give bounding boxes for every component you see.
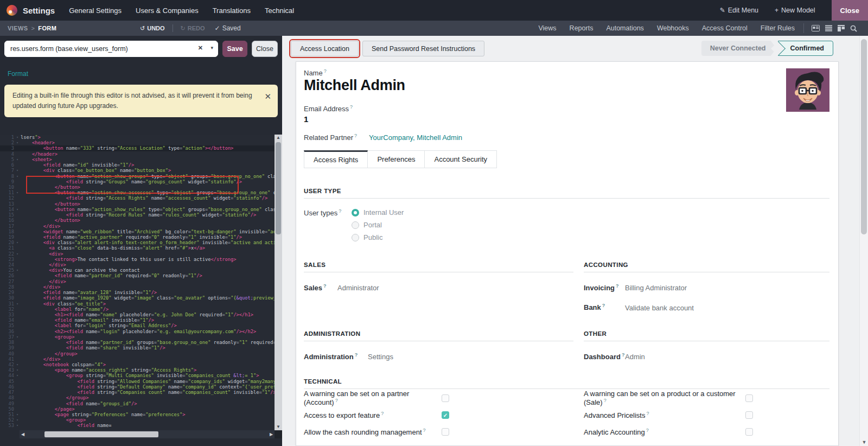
code-line[interactable]: 10 </button> bbox=[0, 184, 275, 190]
undo-button[interactable]: ↺UNDO bbox=[140, 25, 165, 32]
redo-button[interactable]: ↻REDO bbox=[181, 25, 205, 32]
code-line[interactable]: 47 <field string="Companies count" name=… bbox=[0, 390, 275, 395]
user-avatar[interactable] bbox=[786, 68, 829, 112]
code-line[interactable]: 24 </div> bbox=[0, 262, 275, 267]
menu-translations[interactable]: Translations bbox=[213, 7, 251, 15]
help-icon[interactable]: ? bbox=[622, 352, 625, 358]
toolbar-link-webhooks[interactable]: Webhooks bbox=[657, 24, 689, 32]
code-line[interactable]: 18 <widget name="web_ribbon" title="Arch… bbox=[0, 229, 275, 234]
editor-horizontal-scrollbar[interactable]: ◀ ▶ bbox=[20, 430, 275, 438]
code-line[interactable]: 22▾ <div> bbox=[0, 251, 275, 257]
status-confirmed[interactable]: Confirmed bbox=[778, 41, 834, 56]
code-line[interactable]: 9 <field string="Groups" name="groups_co… bbox=[0, 179, 275, 184]
kanban-view-icon[interactable] bbox=[838, 25, 845, 31]
toolbar-link-filter-rules[interactable]: Filter Rules bbox=[761, 24, 795, 32]
code-line[interactable]: 16 </button> bbox=[0, 218, 275, 223]
help-icon[interactable]: ? bbox=[339, 208, 341, 214]
email-value[interactable]: 1 bbox=[304, 114, 308, 124]
code-line[interactable]: 31▾ <div class="oe_title"> bbox=[0, 301, 275, 307]
checkbox[interactable] bbox=[442, 428, 449, 436]
breadcrumb-views[interactable]: VIEWS bbox=[8, 25, 28, 31]
code-line[interactable]: 41 </div> bbox=[0, 356, 275, 362]
menu-general-settings[interactable]: General Settings bbox=[69, 7, 122, 15]
code-line[interactable]: 52▾ <group> bbox=[0, 417, 275, 423]
checkbox[interactable] bbox=[745, 411, 753, 419]
list-view-icon[interactable] bbox=[825, 25, 832, 31]
code-line[interactable]: 3 <button name="333" string="Access Loca… bbox=[0, 145, 275, 151]
code-line[interactable]: 34 <field name="email" invisible="1"/> bbox=[0, 317, 275, 323]
clear-input-icon[interactable]: ✕ bbox=[198, 44, 203, 52]
status-never-connected[interactable]: Never Connected bbox=[701, 41, 777, 56]
code-line[interactable]: 13 </button> bbox=[0, 201, 275, 207]
scroll-down-icon[interactable]: ▼ bbox=[275, 424, 282, 430]
code-line[interactable]: 43▾ <page name="access_rights" string="A… bbox=[0, 367, 275, 373]
code-editor[interactable]: 1▾lsers">2▾ <header>3 <button name="333"… bbox=[0, 135, 275, 430]
code-line[interactable]: 5▾ <sheet> bbox=[0, 157, 275, 162]
edit-menu-button[interactable]: ✎Edit Menu bbox=[720, 7, 758, 14]
code-line[interactable]: 17 </div> bbox=[0, 224, 275, 229]
tab-access-rights[interactable]: Access Rights bbox=[304, 150, 368, 168]
tab-preferences[interactable]: Preferences bbox=[368, 150, 425, 168]
code-line[interactable]: 46 <field string="Default Company" name=… bbox=[0, 384, 275, 390]
code-line[interactable]: 4 </header> bbox=[0, 151, 275, 157]
odoo-logo[interactable] bbox=[7, 5, 17, 16]
scroll-right-icon[interactable]: ▶ bbox=[268, 430, 275, 438]
code-line[interactable]: 7▾ <div class="oe_button_box" name="butt… bbox=[0, 168, 275, 173]
code-line[interactable]: 15 <field string="Record Rules" name="ru… bbox=[0, 212, 275, 218]
code-line[interactable]: 14▾ <button name="action_show_rules" typ… bbox=[0, 207, 275, 212]
scroll-down-icon[interactable]: ▼ bbox=[860, 439, 868, 445]
menu-users-companies[interactable]: Users & Companies bbox=[136, 7, 199, 15]
help-icon[interactable]: ? bbox=[354, 133, 357, 138]
help-icon[interactable]: ? bbox=[324, 68, 327, 74]
close-editor-button[interactable]: Close bbox=[252, 41, 278, 57]
scroll-up-icon[interactable]: ▲ bbox=[275, 135, 282, 141]
help-icon[interactable]: ? bbox=[602, 303, 605, 308]
code-line[interactable]: 28 </div> bbox=[0, 284, 275, 290]
administration-value[interactable]: Settings bbox=[368, 353, 393, 361]
code-line[interactable]: 23 <strong>The contact linked to this us… bbox=[0, 257, 275, 262]
radio-public[interactable]: Public bbox=[352, 233, 404, 241]
radio-internal-user[interactable]: Internal User bbox=[352, 208, 404, 216]
help-icon[interactable]: ? bbox=[616, 283, 619, 289]
help-icon[interactable]: ? bbox=[646, 411, 649, 416]
scrollbar-thumb[interactable] bbox=[861, 39, 867, 234]
code-line[interactable]: 39 <field name="share" invisible="1"/> bbox=[0, 345, 275, 351]
code-line[interactable]: 11▾ <button name="action_show_accesses" … bbox=[0, 190, 275, 195]
code-line[interactable]: 38 <field name="partner_id" groups="base… bbox=[0, 340, 275, 345]
editor-vertical-scrollbar[interactable]: ▲ ▼ bbox=[275, 135, 282, 430]
bank-value[interactable]: Validate bank account bbox=[625, 304, 694, 312]
code-line[interactable]: 48 </group> bbox=[0, 395, 275, 400]
chevron-down-icon[interactable]: ▾ bbox=[210, 45, 213, 50]
invoicing-value[interactable]: Billing Administrator bbox=[625, 284, 687, 292]
code-line[interactable]: 25▾ <div>You can archive the contact bbox=[0, 267, 275, 273]
help-icon[interactable]: ? bbox=[381, 411, 384, 416]
code-line[interactable]: 1▾lsers"> bbox=[0, 135, 275, 140]
access-location-button[interactable]: Access Location bbox=[291, 41, 359, 56]
toolbar-link-reports[interactable]: Reports bbox=[570, 24, 593, 32]
sales-value[interactable]: Administrator bbox=[337, 284, 379, 292]
code-line[interactable]: 30 <field name="image_1920" widget="imag… bbox=[0, 295, 275, 301]
help-icon[interactable]: ? bbox=[423, 428, 426, 433]
code-line[interactable]: 32 <label for="name"/> bbox=[0, 307, 275, 312]
code-line[interactable]: 12 <field string="Access Rights" name="a… bbox=[0, 195, 275, 201]
code-line[interactable]: 2▾ <header> bbox=[0, 140, 275, 145]
code-line[interactable]: 19 <field name="active_partner" required… bbox=[0, 234, 275, 240]
view-selector-input[interactable] bbox=[4, 41, 218, 57]
close-alert-icon[interactable]: ✕ bbox=[264, 90, 271, 103]
code-line[interactable]: 36 <h2><field name="login" placeholder="… bbox=[0, 329, 275, 334]
search-icon[interactable] bbox=[850, 25, 857, 32]
scrollbar-thumb[interactable] bbox=[44, 431, 158, 437]
format-link[interactable]: Format bbox=[8, 70, 28, 78]
code-line[interactable]: 35 <label for="login" string="Email Addr… bbox=[0, 323, 275, 328]
code-line[interactable]: 53▾ <field name= bbox=[0, 423, 275, 428]
radio-icon[interactable] bbox=[352, 209, 359, 216]
code-line[interactable]: 40 </group> bbox=[0, 351, 275, 356]
checkbox[interactable] bbox=[745, 394, 753, 402]
code-line[interactable]: 21 <a class="close" data-bs-dismiss="ale… bbox=[0, 245, 275, 251]
radio-icon[interactable] bbox=[352, 234, 359, 241]
menu-technical[interactable]: Technical bbox=[265, 7, 294, 15]
checkbox[interactable] bbox=[745, 428, 753, 436]
help-icon[interactable]: ? bbox=[335, 398, 338, 403]
code-line[interactable]: 42▾ <notebook colspan="4"> bbox=[0, 362, 275, 367]
help-icon[interactable]: ? bbox=[350, 104, 353, 110]
